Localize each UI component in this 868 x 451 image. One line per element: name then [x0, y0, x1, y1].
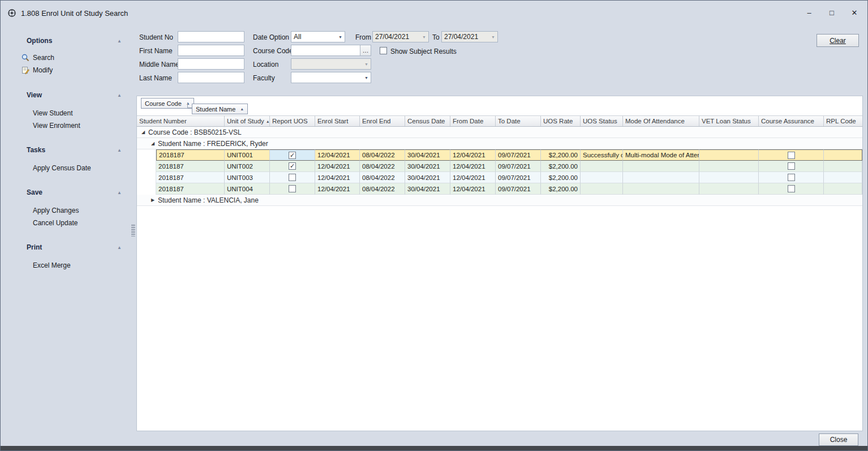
row-indent	[137, 161, 156, 172]
sidebar-item-cancel-update[interactable]: Cancel Update	[33, 218, 78, 228]
section-title: Save	[27, 188, 42, 196]
course-code-input[interactable]: …	[291, 45, 371, 56]
sidebar-item-label: View Enrolment	[33, 122, 80, 130]
group-chip-connector	[187, 102, 192, 108]
section-header-tasks[interactable]: Tasks ▲	[27, 145, 122, 155]
cell-from-date: 12/04/2021	[450, 172, 496, 183]
cell-student-number: 2018187	[156, 172, 225, 183]
sidebar-item-view-student[interactable]: View Student	[33, 108, 73, 118]
table-row[interactable]: 2018187UNIT00412/04/202108/04/202230/04/…	[137, 183, 862, 195]
middle-name-label: Middle Name	[139, 61, 179, 70]
group-row[interactable]: ▶Student Name : VALENCIA, Jane	[137, 195, 862, 206]
collapse-icon[interactable]: ▲	[117, 245, 122, 250]
column-header-uos-status[interactable]: UOS Status	[581, 116, 623, 126]
table-row[interactable]: 2018187UNIT001✓12/04/202108/04/202230/04…	[137, 149, 862, 161]
cell-report-uos	[270, 183, 315, 195]
cell-report-uos: ✓	[270, 149, 315, 161]
column-header-rpl-code[interactable]: RPL Code	[824, 116, 862, 126]
section-header-options[interactable]: Options ▲	[27, 36, 122, 46]
column-header-census-date[interactable]: Census Date	[405, 116, 450, 126]
column-header-label: UOS Status	[583, 118, 617, 124]
cell-census-date: 30/04/2021	[405, 161, 450, 172]
chevron-down-icon[interactable]: ▼	[362, 76, 371, 80]
group-row[interactable]: ◢Student Name : FREDERICK, Ryder	[137, 138, 862, 149]
collapsed-icon[interactable]: ▶	[149, 197, 156, 203]
course-assurance-checkbox[interactable]	[788, 162, 795, 170]
collapse-icon[interactable]: ▲	[117, 148, 122, 153]
last-name-label: Last Name	[139, 74, 172, 83]
sidebar-item-apply-census-date[interactable]: Apply Census Date	[33, 163, 91, 173]
group-chip-student-name[interactable]: Student Name ▲	[192, 104, 248, 114]
collapse-icon[interactable]: ▲	[117, 190, 122, 195]
date-option-label: Date Option	[253, 33, 289, 42]
section-header-save[interactable]: Save ▲	[27, 187, 122, 197]
group-chip-label: Course Code	[145, 100, 182, 107]
sidebar-item-view-enrolment[interactable]: View Enrolment	[33, 121, 80, 131]
column-header-report-uos[interactable]: Report UOS	[270, 116, 315, 126]
column-header-unit-of-study[interactable]: Unit of Study▲	[225, 116, 270, 126]
show-subject-results-checkbox[interactable]	[380, 47, 387, 54]
cell-mode-of-attendance	[623, 183, 699, 195]
group-row[interactable]: ◢Course Code : BSB50215-VSL	[137, 127, 862, 138]
expanded-icon[interactable]: ◢	[140, 130, 147, 135]
faculty-select[interactable]: ▼	[291, 72, 371, 83]
section-header-view[interactable]: View ▲	[27, 90, 122, 100]
course-code-lookup-button[interactable]: …	[360, 45, 371, 55]
minimize-button[interactable]: –	[803, 6, 815, 19]
column-header-label: UOS Rate	[543, 118, 573, 124]
report-uos-checkbox[interactable]	[289, 174, 296, 181]
course-assurance-checkbox[interactable]	[788, 174, 795, 181]
modify-icon	[21, 66, 30, 75]
clear-button[interactable]: Clear	[817, 34, 859, 47]
table-row[interactable]: 2018187UNIT002✓12/04/202108/04/202230/04…	[137, 161, 862, 172]
column-header-enrol-start[interactable]: Enrol Start	[315, 116, 360, 126]
app-icon	[7, 8, 16, 18]
column-header-enrol-end[interactable]: Enrol End	[360, 116, 405, 126]
to-label: To	[432, 33, 440, 42]
collapse-icon[interactable]: ▲	[117, 38, 122, 44]
group-row-label: Student Name : FREDERICK, Ryder	[158, 140, 268, 148]
group-row-label: Student Name : VALENCIA, Jane	[158, 196, 259, 204]
date-option-value: All	[291, 33, 336, 41]
expanded-icon[interactable]: ◢	[149, 141, 156, 146]
column-header-uos-rate[interactable]: UOS Rate	[541, 116, 581, 126]
first-name-input[interactable]	[178, 45, 244, 56]
column-header-from-date[interactable]: From Date	[450, 116, 496, 126]
date-option-select[interactable]: All ▼	[291, 31, 345, 42]
cell-enrol-start: 12/04/2021	[315, 161, 360, 172]
cell-from-date: 12/04/2021	[450, 183, 496, 195]
sidebar-item-apply-changes[interactable]: Apply Changes	[33, 205, 79, 216]
chevron-down-icon[interactable]: ▼	[336, 35, 345, 39]
cell-mode-of-attendance: Multi-modal Mode of Atten	[623, 149, 699, 161]
section-header-print[interactable]: Print ▲	[27, 242, 122, 252]
splitter-handle[interactable]	[131, 224, 135, 237]
group-chip-course-code[interactable]: Course Code ▲	[141, 98, 194, 109]
cell-unit-of-study: UNIT002	[225, 161, 270, 172]
table-row[interactable]: 2018187UNIT00312/04/202108/04/202230/04/…	[137, 172, 862, 183]
sidebar-item-label: Cancel Update	[33, 219, 78, 227]
collapse-icon[interactable]: ▲	[117, 93, 122, 98]
close-button[interactable]: Close	[819, 433, 858, 446]
column-header-to-date[interactable]: To Date	[496, 116, 541, 126]
sidebar-item-modify[interactable]: Modify	[21, 65, 53, 75]
cell-uos-rate: $2,200.00	[541, 172, 581, 183]
course-assurance-checkbox[interactable]	[788, 185, 795, 192]
course-assurance-checkbox[interactable]	[788, 152, 795, 159]
sort-asc-icon[interactable]: ▲	[240, 107, 244, 111]
close-window-button[interactable]: ✕	[848, 6, 861, 19]
sidebar-item-search[interactable]: Search	[21, 53, 54, 63]
window-controls: – □ ✕	[803, 6, 861, 19]
column-header-student-number[interactable]: Student Number	[137, 116, 225, 126]
last-name-input[interactable]	[178, 72, 244, 83]
maximize-button[interactable]: □	[826, 6, 838, 19]
report-uos-checkbox[interactable]: ✓	[289, 162, 296, 170]
column-header-vet-loan-status[interactable]: VET Loan Status	[699, 116, 759, 126]
report-uos-checkbox[interactable]	[289, 185, 296, 192]
column-header-mode-of-attendance[interactable]: Mode Of Attendance	[623, 116, 699, 126]
sidebar-item-excel-merge[interactable]: Excel Merge	[33, 260, 71, 270]
column-header-course-assurance[interactable]: Course Assurance	[759, 116, 824, 126]
report-uos-checkbox[interactable]: ✓	[289, 152, 296, 159]
cell-unit-of-study: UNIT001	[225, 149, 270, 161]
middle-name-input[interactable]	[178, 58, 244, 70]
student-no-input[interactable]	[178, 31, 244, 42]
